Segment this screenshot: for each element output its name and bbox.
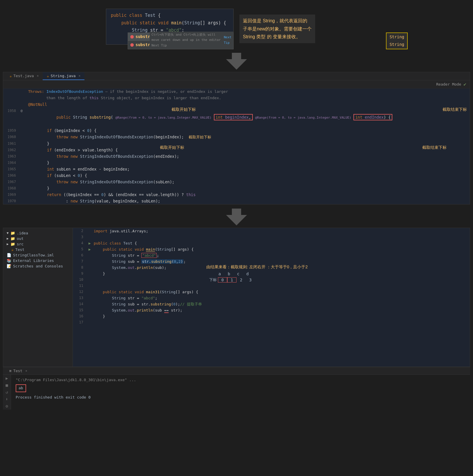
bl-2: 2 import java.util.Arrays; [73, 228, 470, 234]
console-tab-test[interactable]: ≡ Test × [5, 367, 31, 374]
mid-tab-bar: ☕ Test.java × ☕ String.java × [3, 72, 470, 80]
console-content: "C:\Program Files\Java\jdk1.8.0_301\bin\… [11, 375, 470, 403]
ac-icon-2 [130, 43, 134, 47]
code-line-1960: 1960 throw new StringIndexOutOfBoundsExc… [3, 134, 470, 140]
code-line-1961: 1961 } [3, 140, 470, 147]
output-line: ab [16, 384, 465, 392]
bl-17: 17 [73, 319, 470, 325]
console-main: "C:\Program Files\Java\jdk1.8.0_301\bin\… [11, 375, 470, 410]
bl-5: 5 ▶ public static void main(String[] arg… [73, 246, 470, 252]
annot-begin: 截取开始下标 [171, 107, 196, 112]
tip-bar: Ctrl+向下箭头 and Ctrl+向上箭头 will move caret … [150, 32, 233, 49]
editor-wrapper: 2 import java.util.Arrays; 3 4 ▶ public … [73, 228, 470, 325]
code-line-1969: 1969 return ((beginIndex == 0) && (endIn… [3, 191, 470, 198]
tree-src[interactable]: ▶ 📁 src [3, 241, 73, 247]
code-line-1970: 1970 : new String(value, beginIndex, sub… [3, 198, 470, 204]
ac-icon-1 [130, 35, 134, 39]
char-diagram: a b c d 下标 0 1 2 3 [209, 272, 255, 283]
tree-test[interactable]: ☕ Test [3, 247, 73, 252]
mid-section: ☕ Test.java × ☕ String.java × Reader Mod… [3, 72, 470, 204]
bl-6: 6 String str = "abcd"; [73, 252, 470, 258]
bl-11: 11 [73, 283, 470, 289]
code-line-1964: 1964 } [3, 160, 470, 166]
bl-12: 12 public static void main31(String[] ar… [73, 289, 470, 295]
bl-15: 15 System.out.println(sub == str); [73, 307, 470, 313]
code-snippet: public class Test { public static void m… [106, 9, 234, 45]
doc-line-throws2: than the length of this String object, o… [3, 95, 470, 101]
console-area: ≡ Test × ▶ ■ ↺ ⬇ ⚙ "C:\Program Files\Jav… [3, 367, 470, 431]
bl-16: 16 } [73, 313, 470, 319]
code-line-1962: 1962 if (endIndex > value.length) { [3, 147, 470, 153]
scroll-icon[interactable]: ⬇ [6, 397, 8, 401]
bl-9: 9 } [73, 271, 470, 277]
arrow-1 [0, 48, 473, 72]
line-1958-wrapper: 1958 @ public String substring( @Range(f… [3, 108, 470, 127]
bl-14: 14 String sub = str.substring(0);// 提取子串 [73, 301, 470, 307]
bl-10: 10 [73, 277, 470, 283]
file-tree: ▼ 📁 .idea ▶ 📁 out ▶ 📁 src ☕ Test 📄 Strin… [3, 228, 73, 367]
tree-ext-lib[interactable]: 📚 External Libraries [3, 258, 73, 263]
bl-3: 3 [73, 234, 470, 240]
return-type-box: String String [386, 32, 408, 49]
tree-scratches[interactable]: 📝 Scratches and Consoles [3, 263, 73, 269]
code-line-1959: 1959 if (beginIndex < 0) { [3, 127, 470, 134]
exit-line: Process finished with exit code 0 [16, 394, 465, 401]
annot-end: 截取结束下标 [443, 107, 467, 112]
tooltip-box: 返回值是 String，就代表返回的 子串是new的对象。需要创建一个 Stri… [239, 15, 315, 43]
snippet-line1: public class Test { [111, 12, 229, 19]
tab-test-java[interactable]: ☕ Test.java × [6, 72, 43, 80]
console-side-icons: ▶ ■ ↺ ⬇ ⚙ [3, 375, 11, 410]
rerun-icon[interactable]: ↺ [6, 390, 8, 394]
stop-icon[interactable]: ■ [6, 383, 8, 388]
tree-idea[interactable]: ▼ 📁 .idea [3, 230, 73, 236]
code-line-1965: 1965 int subLen = endIndex - beginIndex; [3, 166, 470, 172]
bottom-annot-rule: 由结果来看：截取规则: 左闭右开 ：大于等于0，且小于2 [206, 265, 308, 270]
console-tab-bar: ≡ Test × [3, 367, 470, 375]
tree-out[interactable]: ▶ 📁 out [3, 236, 73, 241]
code-line-1966: 1966 if (subLen < 0) { [3, 172, 470, 179]
arrow-2 [0, 204, 473, 228]
tree-iml[interactable]: 📄 StringClassTow.iml [3, 252, 73, 258]
cmd-line: "C:\Program Files\Java\jdk1.8.0_301\bin\… [16, 377, 465, 383]
mid-annot-end-label: 截取结束下标 [422, 145, 447, 150]
doc-line-throws: Throws: IndexOutOfBoundsException – if t… [3, 88, 470, 95]
code-line-1963: 1963 throw new StringIndexOutOfBoundsExc… [3, 153, 470, 160]
editor-pane: 2 import java.util.Arrays; 3 4 ▶ public … [73, 228, 470, 367]
console-body: ▶ ■ ↺ ⬇ ⚙ "C:\Program Files\Java\jdk1.8.… [3, 375, 470, 410]
reader-mode-bar: Reader Mode ✔ [3, 80, 470, 88]
code-line-notnull: @NotNull [3, 101, 470, 108]
code-line-1958: 1958 @ public String substring( @Range(f… [3, 108, 470, 127]
code-line-1968: 1968 } [3, 185, 470, 191]
run-icon[interactable]: ▶ [6, 376, 8, 381]
bottom-section: ▼ 📁 .idea ▶ 📁 out ▶ 📁 src ☕ Test 📄 Strin… [3, 228, 470, 367]
autocomplete-popup[interactable]: substring(int beginIndex) substring(int … [128, 32, 234, 49]
console-output: ab [16, 384, 26, 392]
tab-string-java[interactable]: ☕ String.java × [43, 72, 84, 80]
settings-icon[interactable]: ⚙ [6, 404, 8, 408]
bl-7: 7 String sub = str.substring(0,2); [73, 258, 470, 265]
top-section: public class Test { public static void m… [0, 0, 473, 48]
mid-annot-begin-label: 截取开始下标 [160, 145, 184, 150]
snippet-line2: public static void main(String[] args) { [111, 19, 229, 27]
code-line-1967: 1967 throw new StringIndexOutOfBoundsExc… [3, 179, 470, 185]
bl-4: 4 ▶ public class Test { [73, 240, 470, 246]
bl-13: 13 String str = "abcd"; [73, 295, 470, 301]
